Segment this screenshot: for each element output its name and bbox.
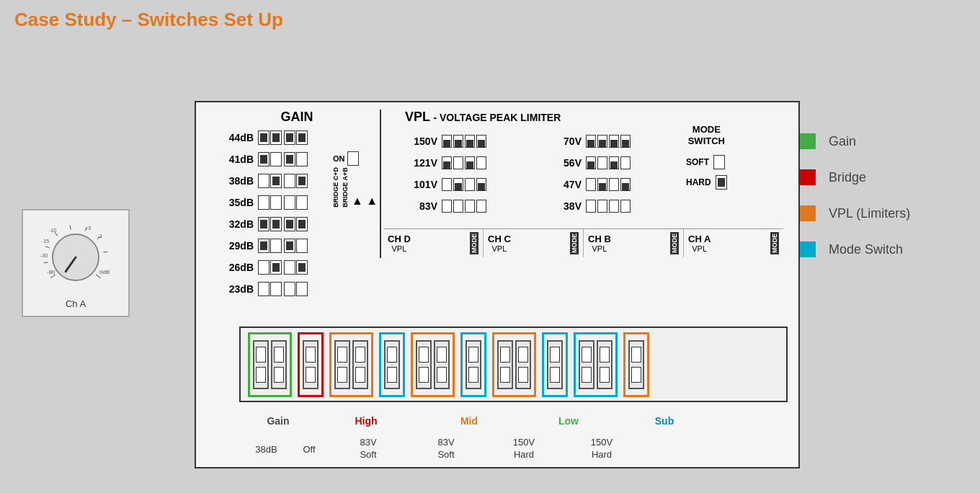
- sw[interactable]: [284, 260, 295, 275]
- soft-switch[interactable]: [713, 155, 725, 169]
- ch-a-vpl: VPL: [688, 244, 710, 253]
- sw[interactable]: [270, 152, 282, 166]
- dip[interactable]: [476, 178, 486, 191]
- sw[interactable]: [258, 130, 270, 145]
- dip[interactable]: [442, 200, 452, 213]
- sw[interactable]: [270, 282, 282, 296]
- dip[interactable]: [453, 135, 463, 148]
- sub-sw1[interactable]: [579, 340, 594, 389]
- sw[interactable]: [270, 174, 282, 188]
- dip[interactable]: [609, 135, 619, 148]
- svg-text:-15: -15: [42, 239, 49, 244]
- low-mode-bank-group: [542, 332, 568, 397]
- sw[interactable]: [258, 282, 270, 296]
- dip[interactable]: [620, 178, 631, 191]
- ch-d-title: CH D: [388, 234, 411, 244]
- values-row: 38dB Off 83VSoft 83VSoft 150VHard 150VHa…: [239, 437, 788, 461]
- dip[interactable]: [465, 178, 475, 191]
- mid-mode-sw1[interactable]: [466, 340, 481, 389]
- legend-gain-color: [800, 133, 816, 149]
- dip[interactable]: [609, 156, 619, 169]
- dip[interactable]: [609, 178, 619, 191]
- sw[interactable]: [296, 130, 308, 145]
- dip[interactable]: [620, 200, 631, 213]
- mid-vpl-sw2[interactable]: [434, 340, 450, 389]
- high-vpl-sw2[interactable]: [352, 340, 368, 389]
- ch-b-vpl: VPL: [588, 244, 611, 253]
- legend: Gain Bridge VPL (Limiters) Mode Switch: [800, 133, 966, 277]
- dip[interactable]: [597, 178, 607, 191]
- dip[interactable]: [453, 156, 463, 169]
- gain-bank-switch-2[interactable]: [271, 340, 287, 389]
- dip[interactable]: [476, 135, 486, 148]
- dip[interactable]: [453, 178, 463, 191]
- sw[interactable]: [258, 152, 270, 166]
- sw[interactable]: [258, 174, 270, 188]
- knob-area: -80 0dB -30 -15 -10 -3 -1 Ch A: [22, 209, 130, 317]
- bridge-bank-switch-1[interactable]: [303, 340, 318, 389]
- dip[interactable]: [442, 156, 452, 169]
- dip[interactable]: [609, 200, 619, 213]
- sw[interactable]: [258, 260, 270, 275]
- dip[interactable]: [597, 200, 607, 213]
- sw[interactable]: [284, 282, 295, 296]
- dip[interactable]: [465, 200, 475, 213]
- on-switch[interactable]: [347, 151, 359, 166]
- sw[interactable]: [270, 195, 282, 210]
- sw[interactable]: [284, 195, 295, 210]
- sub-vpl-sw1[interactable]: [628, 340, 644, 389]
- gain-row-26: 26dB: [218, 257, 376, 277]
- sw[interactable]: [284, 174, 295, 188]
- ch-c-vpl: VPL: [488, 244, 511, 253]
- dip[interactable]: [465, 135, 475, 148]
- ch-b-mode: MODE: [670, 232, 679, 254]
- hard-switch[interactable]: [716, 175, 727, 190]
- gain-bank-switch-1[interactable]: [253, 340, 269, 389]
- sw[interactable]: [270, 217, 282, 231]
- dip[interactable]: [586, 178, 596, 191]
- high-mode-sw1[interactable]: [384, 340, 400, 389]
- low-vpl-sw2[interactable]: [515, 340, 531, 389]
- sw[interactable]: [258, 217, 270, 231]
- dip[interactable]: [465, 156, 475, 169]
- dip[interactable]: [597, 135, 607, 148]
- sw[interactable]: [270, 130, 282, 145]
- sw[interactable]: [296, 152, 308, 166]
- sw[interactable]: [296, 260, 308, 275]
- low-vpl-sw1[interactable]: [497, 340, 513, 389]
- dip[interactable]: [442, 135, 452, 148]
- gain-bank-group: [248, 332, 292, 397]
- sw[interactable]: [258, 195, 270, 210]
- vpl-section: VPL - VOLTAGE PEAK LIMITER 150V 121V 101…: [405, 110, 780, 129]
- dip[interactable]: [442, 178, 452, 191]
- dip[interactable]: [476, 200, 486, 213]
- sw[interactable]: [296, 195, 308, 210]
- sw[interactable]: [296, 174, 308, 188]
- sw[interactable]: [284, 217, 295, 231]
- sw[interactable]: [284, 239, 295, 253]
- legend-mode: Mode Switch: [800, 241, 966, 257]
- sw[interactable]: [296, 217, 308, 231]
- sw[interactable]: [258, 239, 270, 253]
- sw[interactable]: [270, 260, 282, 275]
- sw[interactable]: [270, 239, 282, 253]
- dip[interactable]: [597, 156, 607, 169]
- sw[interactable]: [284, 152, 295, 166]
- dip[interactable]: [620, 135, 631, 148]
- dip[interactable]: [620, 156, 631, 169]
- dip[interactable]: [453, 200, 463, 213]
- high-vpl-sw1[interactable]: [334, 340, 350, 389]
- svg-text:-1: -1: [98, 234, 102, 239]
- dip[interactable]: [586, 135, 596, 148]
- bridge-bank-group: [298, 332, 324, 397]
- low-mode-sw1[interactable]: [547, 340, 563, 389]
- dip[interactable]: [586, 156, 596, 169]
- dip[interactable]: [476, 156, 486, 169]
- dip[interactable]: [586, 200, 596, 213]
- gain-label-26: 26dB: [218, 262, 254, 273]
- sw[interactable]: [296, 239, 308, 253]
- mid-vpl-sw1[interactable]: [416, 340, 432, 389]
- sw[interactable]: [284, 130, 295, 145]
- sw[interactable]: [296, 282, 308, 296]
- sub-sw2[interactable]: [597, 340, 612, 389]
